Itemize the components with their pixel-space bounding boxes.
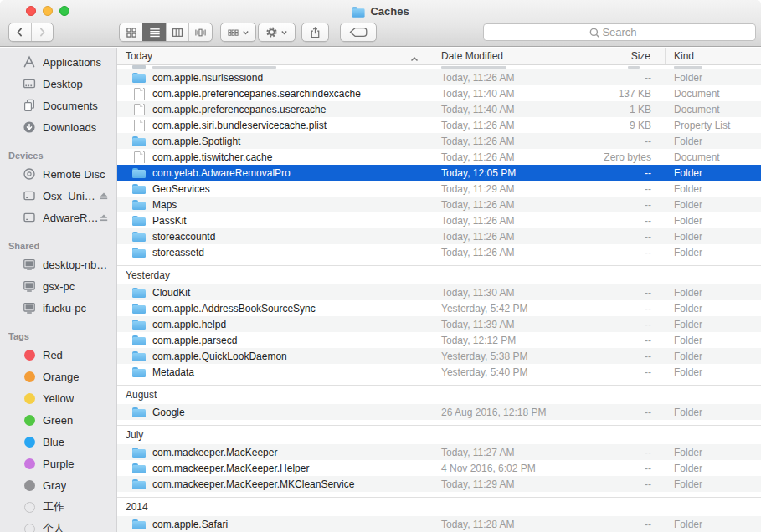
column-header-date-modified[interactable]: Date Modified xyxy=(429,48,584,64)
folder-icon xyxy=(132,135,146,147)
table-row[interactable]: com.apple.tiswitcher.cache Today, 11:26 … xyxy=(117,149,761,165)
action-menu-button[interactable] xyxy=(258,23,296,42)
forward-button[interactable] xyxy=(31,23,53,41)
window-chrome: Caches xyxy=(0,0,761,47)
table-row[interactable]: Maps Today, 11:26 AM -- Folder xyxy=(117,197,761,212)
table-row[interactable]: com.apple.preferencepanes.usercache Toda… xyxy=(117,101,761,117)
file-kind: Folder xyxy=(666,350,761,362)
back-button[interactable] xyxy=(9,23,31,41)
table-row[interactable]: Google 26 Aug 2016, 12:18 PM -- Folder xyxy=(117,404,761,420)
sidebar-item-gray[interactable]: Gray xyxy=(0,474,116,496)
file-size: Zero bytes xyxy=(584,151,666,163)
list-view-button[interactable] xyxy=(142,23,166,41)
table-row[interactable]: storeassetd Today, 11:26 AM -- Folder xyxy=(117,244,761,260)
table-row[interactable]: com.apple.siri.bundleservicecache.plist … xyxy=(117,117,761,133)
table-row[interactable]: PassKit Today, 11:26 AM -- Folder xyxy=(117,212,761,228)
sidebar-item-osx_uni-[interactable]: Osx_Uni… xyxy=(0,185,116,207)
file-name: com.mackeeper.MacKeeper.Helper xyxy=(152,463,309,474)
file-size: -- xyxy=(584,319,666,330)
sidebar-item-documents[interactable]: Documents xyxy=(0,95,116,116)
column-header-kind[interactable]: Kind xyxy=(666,48,761,64)
sidebar-item-purple[interactable]: Purple xyxy=(0,453,116,474)
file-size: -- xyxy=(584,478,666,490)
sidebar-tags: Red Orange Yellow Green Blue Purple Gray… xyxy=(0,344,116,532)
file-size: -- xyxy=(584,407,666,418)
tag-icon xyxy=(349,27,368,38)
file-name: Maps xyxy=(152,199,177,211)
eject-icon[interactable] xyxy=(99,191,109,201)
column-header-size[interactable]: Size xyxy=(584,48,666,64)
sidebar-item-adwarer-[interactable]: AdwareR… xyxy=(0,207,116,228)
folder-icon xyxy=(132,350,146,362)
table-row[interactable]: com.apple.QuickLookDaemon Yesterday, 5:3… xyxy=(117,348,761,364)
sidebar-section-tags: Tags xyxy=(0,330,116,344)
drive-icon xyxy=(22,189,37,202)
tag-button[interactable] xyxy=(340,23,377,42)
table-row[interactable]: Metadata Yesterday, 5:40 PM -- Folder xyxy=(117,364,761,380)
sidebar-item-red[interactable]: Red xyxy=(0,344,116,366)
sidebar-item-desktop[interactable]: Desktop xyxy=(0,73,116,95)
file-kind: Folder xyxy=(666,287,761,299)
file-size: -- xyxy=(584,247,666,258)
file-kind: Folder xyxy=(666,199,761,211)
sidebar-item-downloads[interactable]: Downloads xyxy=(0,116,116,138)
file-date-modified: Today, 11:39 AM xyxy=(429,319,584,330)
gear-icon xyxy=(265,26,278,38)
desktop-icon xyxy=(22,77,37,90)
sidebar-item-yellow[interactable]: Yellow xyxy=(0,387,116,409)
sidebar-item-label: Green xyxy=(43,414,73,427)
icon-view-icon xyxy=(126,27,137,38)
share-button[interactable] xyxy=(301,23,329,42)
sidebar-item-desktop-nb-[interactable]: desktop-nb… xyxy=(0,253,116,275)
sidebar-item-label: 工作 xyxy=(43,499,64,514)
table-row[interactable]: GeoServices Today, 11:29 AM -- Folder xyxy=(117,181,761,197)
table-row[interactable]: com.apple.parsecd Today, 12:12 PM -- Fol… xyxy=(117,332,761,348)
sidebar-item-ifucku-pc[interactable]: ifucku-pc xyxy=(0,297,116,319)
table-row[interactable]: com.apple.AddressBookSourceSync Yesterda… xyxy=(117,300,761,316)
display-icon xyxy=(22,258,37,271)
table-row[interactable]: com.apple.preferencepanes.searchindexcac… xyxy=(117,85,761,101)
arrange-button[interactable] xyxy=(220,23,256,42)
document-icon xyxy=(132,119,146,131)
coverflow-view-button[interactable] xyxy=(188,23,212,41)
file-date-modified: Today, 11:28 AM xyxy=(429,519,584,530)
tag-color-dot xyxy=(22,348,37,361)
group-header-label: 2014 xyxy=(126,501,148,513)
tag-color-dot xyxy=(22,391,37,405)
sidebar-item-remote-disc[interactable]: Remote Disc xyxy=(0,163,116,185)
search-field xyxy=(483,23,756,41)
table-row[interactable]: com.apple.Safari Today, 11:28 AM -- Fold… xyxy=(117,516,761,532)
file-date-modified: Today, 12:05 PM xyxy=(429,167,584,179)
sidebar-item-工作[interactable]: 工作 xyxy=(0,496,116,518)
sidebar-item-gsx-pc[interactable]: gsx-pc xyxy=(0,275,116,297)
column-header-name[interactable]: Today xyxy=(117,48,429,64)
table-row[interactable]: CloudKit Today, 11:30 AM -- Folder xyxy=(117,284,761,300)
file-date-modified: Today, 11:29 AM xyxy=(429,478,584,490)
icon-view-button[interactable] xyxy=(120,23,142,41)
sidebar-item-orange[interactable]: Orange xyxy=(0,366,116,387)
table-row[interactable]: com.apple.nsurlsessiond Today, 11:26 AM … xyxy=(117,69,761,85)
file-kind: Folder xyxy=(666,136,761,147)
column-view-button[interactable] xyxy=(166,23,189,41)
sidebar-item-green[interactable]: Green xyxy=(0,409,116,431)
sidebar-item-blue[interactable]: Blue xyxy=(0,431,116,453)
table-row[interactable]: com.mackeeper.MacKeeper.Helper 4 Nov 201… xyxy=(117,460,761,476)
table-row[interactable]: com.mackeeper.MacKeeper.MKCleanService T… xyxy=(117,476,761,492)
table-row[interactable]: com.yelab.AdwareRemovalPro Today, 12:05 … xyxy=(117,165,761,181)
sidebar-item-个人[interactable]: 个人 xyxy=(0,518,116,532)
nav-buttons xyxy=(8,23,54,42)
file-date-modified: Today, 11:30 AM xyxy=(429,287,584,299)
table-row[interactable]: com.apple.helpd Today, 11:39 AM -- Folde… xyxy=(117,316,761,332)
file-name: com.yelab.AdwareRemovalPro xyxy=(152,167,291,179)
file-kind: Folder xyxy=(666,407,761,418)
search-input[interactable] xyxy=(484,24,755,40)
table-row[interactable]: storeaccountd Today, 11:26 AM -- Folder xyxy=(117,228,761,244)
file-size: -- xyxy=(584,366,666,378)
eject-icon[interactable] xyxy=(99,212,109,223)
display-icon xyxy=(22,279,37,293)
sidebar-item-applications[interactable]: Applications xyxy=(0,51,116,73)
table-row[interactable]: com.mackeeper.MacKeeper Today, 11:27 AM … xyxy=(117,444,761,460)
file-name: com.apple.Safari xyxy=(152,519,228,530)
file-size: -- xyxy=(584,215,666,227)
table-row[interactable]: com.apple.Spotlight Today, 11:26 AM -- F… xyxy=(117,133,761,149)
